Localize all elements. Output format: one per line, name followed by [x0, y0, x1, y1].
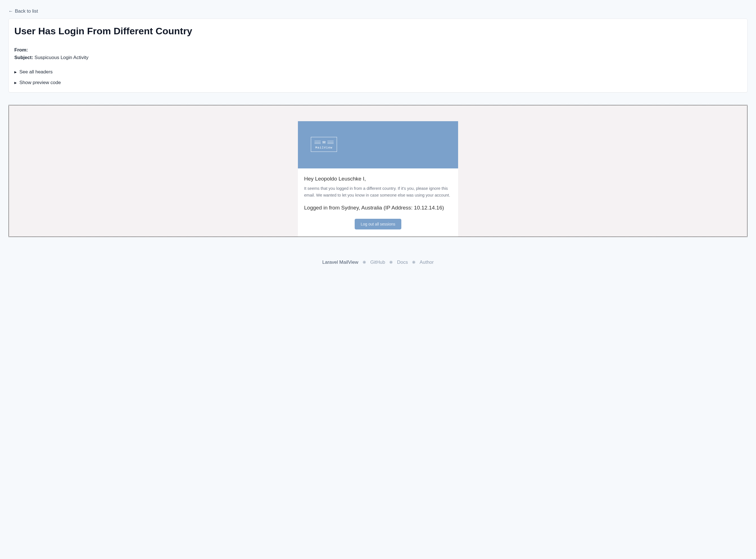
back-label: Back to list: [15, 8, 38, 14]
meta-from-row: From:: [14, 46, 742, 54]
show-preview-code-toggle[interactable]: Show preview code: [14, 80, 742, 86]
meta-subject-row: Subject: Suspicuous Login Activity: [14, 54, 742, 61]
subject-label: Subject:: [14, 55, 33, 60]
footer-link-docs[interactable]: Docs: [397, 260, 408, 265]
logo-glyph-icon: ✉: [322, 140, 326, 144]
see-headers-label: See all headers: [19, 69, 52, 75]
footer-link-github[interactable]: GitHub: [370, 260, 385, 265]
separator-icon: ❋: [362, 260, 366, 265]
email-body-text: It seems that you logged in from a diffe…: [304, 185, 452, 198]
back-to-list-link[interactable]: ← Back to list: [8, 8, 38, 14]
email-body: Hey Leopoldo Leuschke I, It seems that y…: [298, 169, 458, 237]
logo-lines-left-icon: [314, 141, 321, 144]
arrow-left-icon: ←: [8, 8, 13, 14]
logo-lines-right-icon: [327, 141, 334, 144]
email-greeting: Hey Leopoldo Leuschke I,: [304, 176, 452, 182]
page-footer: Laravel MailView ❋ GitHub ❋ Docs ❋ Autho…: [8, 260, 748, 265]
separator-icon: ❋: [389, 260, 393, 265]
logout-all-sessions-button[interactable]: Log out all sessions: [355, 219, 402, 229]
footer-brand: Laravel MailView: [322, 260, 358, 265]
subject-value: Suspicuous Login Activity: [34, 55, 89, 60]
page-title: User Has Login From Different Country: [14, 26, 742, 37]
email-container: ✉ MailView Hey Leopoldo Leuschke I, It s…: [298, 121, 458, 237]
email-preview-frame: ✉ MailView Hey Leopoldo Leuschke I, It s…: [8, 105, 748, 237]
see-all-headers-toggle[interactable]: See all headers: [14, 69, 742, 75]
email-login-info: Logged in from Sydney, Australia (IP Add…: [304, 205, 452, 211]
logo-text: MailView: [315, 146, 332, 149]
show-code-label: Show preview code: [19, 80, 61, 86]
mail-detail-card: User Has Login From Different Country Fr…: [8, 19, 748, 92]
from-label: From:: [14, 47, 28, 52]
mail-meta: From: Subject: Suspicuous Login Activity: [14, 46, 742, 61]
separator-icon: ❋: [412, 260, 416, 265]
footer-link-author[interactable]: Author: [420, 260, 434, 265]
email-header: ✉ MailView: [298, 121, 458, 169]
mailview-logo: ✉ MailView: [311, 137, 337, 152]
